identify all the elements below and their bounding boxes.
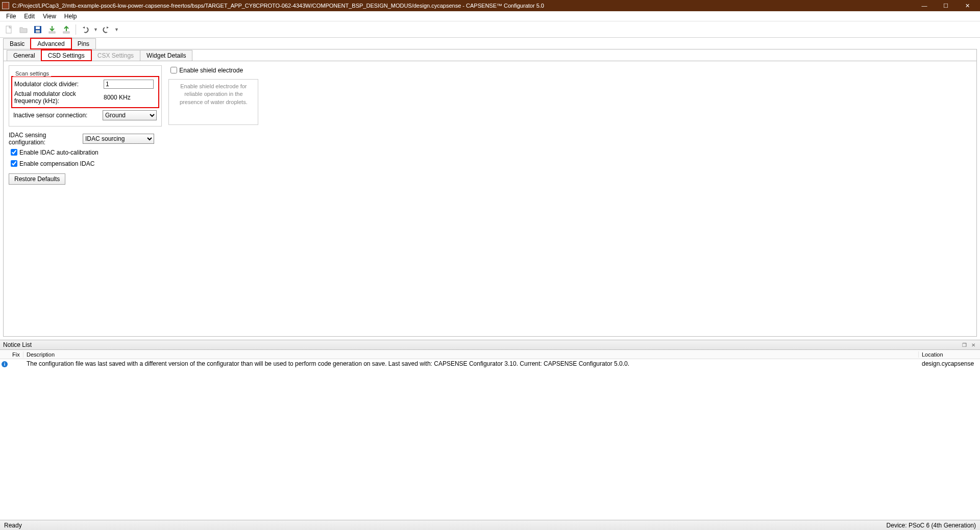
shield-group: Enable shield electrode for reliable ope…: [168, 79, 258, 125]
status-ready: Ready: [4, 522, 22, 529]
info-icon: i: [2, 361, 8, 367]
svg-rect-5: [63, 32, 69, 33]
notice-row[interactable]: i The configuration file was last saved …: [0, 359, 980, 368]
redo-dropdown-icon[interactable]: ▼: [114, 27, 119, 32]
undo-icon[interactable]: [79, 23, 91, 36]
enable-shield-checkbox[interactable]: [170, 67, 177, 73]
notice-table: Fix Description Location i The configura…: [0, 350, 980, 411]
idac-sensing-label: IDAC sensing configuration:: [9, 132, 83, 146]
save-icon[interactable]: [32, 23, 44, 36]
tab-pins[interactable]: Pins: [71, 38, 96, 49]
status-device: Device: PSoC 6 (4th Generation): [887, 522, 976, 529]
svg-rect-2: [36, 27, 40, 29]
notice-col-fix[interactable]: Fix: [9, 351, 23, 358]
actual-mod-freq-label: Actual modulator clock frequency (kHz):: [14, 90, 104, 105]
maximize-button[interactable]: ☐: [935, 0, 957, 11]
notice-list-title: Notice List: [3, 341, 32, 348]
sub-tabs: General CSD Settings CSX Settings Widget…: [4, 49, 976, 61]
highlight-box: Modulator clock divider: Actual modulato…: [11, 76, 159, 108]
notice-list-header: Notice List ❐ ✕: [0, 340, 980, 350]
minimize-button[interactable]: —: [914, 0, 935, 11]
window-title: C:/Project/LPCap3_2/mtb-example-psoc6-lo…: [12, 3, 914, 9]
subtab-csx-settings[interactable]: CSX Settings: [91, 50, 140, 61]
main-tabs: Basic Advanced Pins: [0, 38, 980, 49]
tab-basic[interactable]: Basic: [3, 38, 31, 49]
tab-body: General CSD Settings CSX Settings Widget…: [3, 49, 977, 337]
idac-sensing-select[interactable]: IDAC sourcing: [83, 134, 154, 144]
export-icon[interactable]: [60, 23, 72, 36]
compensation-idac-checkbox[interactable]: [11, 160, 17, 167]
scan-settings-group: Scan settings Modulator clock divider: A…: [9, 65, 162, 127]
new-file-icon[interactable]: [3, 23, 15, 36]
subtab-widget-details[interactable]: Widget Details: [140, 50, 192, 61]
tab-advanced[interactable]: Advanced: [31, 38, 71, 49]
inactive-sensor-select[interactable]: Ground: [103, 110, 157, 120]
menu-bar: File Edit View Help: [0, 11, 980, 21]
title-bar: C:/Project/LPCap3_2/mtb-example-psoc6-lo…: [0, 0, 980, 11]
csd-settings-panel: Scan settings Modulator clock divider: A…: [4, 61, 976, 331]
enable-shield-label: Enable shield electrode: [179, 67, 243, 74]
status-bar: Ready Device: PSoC 6 (4th Generation): [0, 520, 980, 530]
menu-edit[interactable]: Edit: [20, 12, 39, 21]
menu-view[interactable]: View: [39, 12, 60, 21]
svg-rect-4: [49, 32, 55, 33]
shield-description: Enable shield electrode for reliable ope…: [173, 83, 254, 106]
mod-clock-divider-label: Modulator clock divider:: [14, 81, 104, 88]
app-icon: [2, 2, 9, 9]
svg-rect-3: [36, 30, 40, 33]
notice-col-location[interactable]: Location: [919, 351, 980, 358]
open-file-icon[interactable]: [17, 23, 30, 36]
restore-defaults-button[interactable]: Restore Defaults: [9, 173, 65, 185]
scan-settings-title: Scan settings: [13, 70, 51, 77]
notice-location: design.cycapsense: [919, 360, 980, 367]
notice-col-description[interactable]: Description: [23, 351, 919, 358]
redo-icon[interactable]: [100, 23, 112, 36]
inactive-sensor-label: Inactive sensor connection:: [13, 112, 103, 119]
undo-dropdown-icon[interactable]: ▼: [93, 27, 98, 32]
menu-file[interactable]: File: [2, 12, 20, 21]
close-button[interactable]: ✕: [957, 0, 978, 11]
notice-description: The configuration file was last saved wi…: [23, 360, 919, 367]
compensation-idac-label: Enable compensation IDAC: [19, 160, 94, 167]
subtab-csd-settings[interactable]: CSD Settings: [41, 50, 91, 61]
notice-popout-icon[interactable]: ❐: [961, 342, 968, 348]
menu-help[interactable]: Help: [60, 12, 81, 21]
idac-auto-calibration-label: Enable IDAC auto-calibration: [19, 149, 99, 156]
actual-mod-freq-value: 8000 KHz: [104, 94, 131, 101]
mod-clock-divider-input[interactable]: [104, 80, 154, 89]
idac-auto-calibration-checkbox[interactable]: [11, 149, 17, 156]
import-icon[interactable]: [46, 23, 58, 36]
subtab-general[interactable]: General: [7, 50, 42, 61]
notice-close-icon[interactable]: ✕: [970, 342, 977, 348]
toolbar: ▼ ▼: [0, 21, 980, 38]
